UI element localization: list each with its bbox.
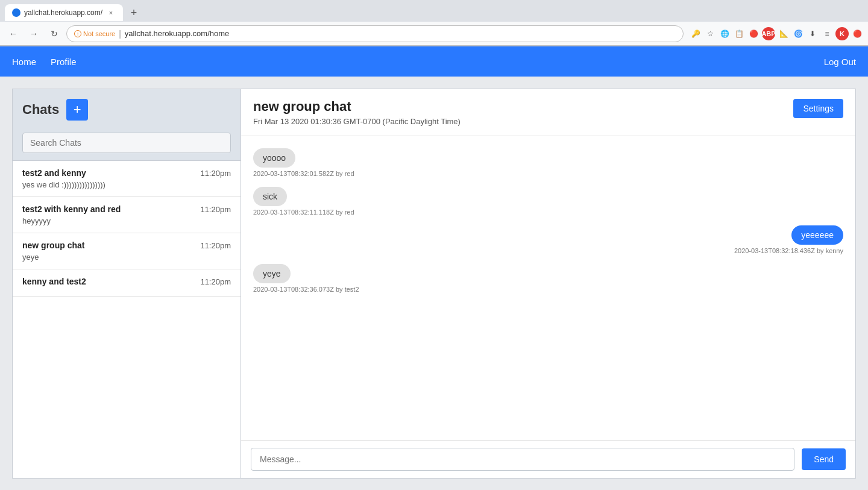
app-navbar: Home Profile Log Out	[0, 46, 868, 77]
nav-links: Home Profile	[12, 57, 77, 67]
chat-header: new group chat Fri Mar 13 2020 01:30:36 …	[241, 89, 855, 136]
chat-list: test2 and kenny 11:20pm yes we did :))))…	[13, 160, 241, 478]
sidebar: Chats + test2 and kenny 11:20pm yes we d…	[12, 89, 241, 479]
chat-list-item[interactable]: test2 with kenny and red 11:20pm heyyyyy	[13, 197, 241, 233]
message-item: sick 2020-03-13T08:32:11.118Z by red	[253, 187, 843, 216]
new-tab-button[interactable]: +	[125, 4, 142, 21]
security-indicator: ! Not secure	[74, 30, 115, 37]
chat-area: new group chat Fri Mar 13 2020 01:30:36 …	[241, 89, 856, 479]
message-meta: 2020-03-13T08:32:01.582Z by red	[253, 170, 354, 177]
chat-name: new group chat	[253, 99, 461, 115]
tab-close-button[interactable]: ×	[106, 8, 116, 17]
extension-icon4: 📐	[778, 28, 790, 40]
sidebar-header: Chats +	[13, 89, 241, 128]
extension-icon5: 🌀	[792, 28, 804, 40]
address-url: yallchat.herokuapp.com/home	[125, 29, 676, 38]
chat-item-preview: heyyyyy	[22, 216, 231, 225]
browser-icons: 🔑 ☆ 🌐 📋 🔴 ABP 📐 🌀 ⬇ ≡ K 🔴	[690, 27, 863, 40]
extension-icon2: 📋	[733, 28, 745, 40]
nav-home[interactable]: Home	[12, 57, 36, 67]
chat-item-name: test2 with kenny and red	[22, 204, 121, 214]
key-icon: 🔑	[690, 28, 702, 40]
chat-item-time: 11:20pm	[200, 277, 231, 286]
chat-list-item[interactable]: kenny and test2 11:20pm	[13, 269, 241, 297]
message-item: yeye 2020-03-13T08:32:36.073Z by test2	[253, 264, 843, 293]
message-meta: 2020-03-13T08:32:36.073Z by test2	[253, 286, 359, 293]
svg-text:!: !	[77, 31, 78, 37]
message-bubble: sick	[253, 187, 287, 206]
chat-timestamp: Fri Mar 13 2020 01:30:36 GMT-0700 (Pacif…	[253, 117, 461, 126]
search-container	[13, 128, 241, 160]
tab-favicon	[12, 8, 20, 17]
menu-icon[interactable]: ≡	[821, 28, 833, 40]
chat-item-time: 11:20pm	[200, 241, 231, 250]
chat-item-time: 11:20pm	[200, 205, 231, 214]
adblock-icon: ABP	[762, 27, 775, 40]
nav-profile[interactable]: Profile	[51, 57, 77, 67]
profile-icon: K	[835, 27, 849, 40]
chat-list-item[interactable]: test2 and kenny 11:20pm yes we did :))))…	[13, 161, 241, 197]
chat-item-preview: yes we did :))))))))))))))))	[22, 180, 231, 189]
extension-icon3: 🔴	[747, 28, 760, 40]
chat-item-name: kenny and test2	[22, 277, 86, 286]
address-bar[interactable]: ! Not secure | yallchat.herokuapp.com/ho…	[66, 25, 684, 42]
message-bubble: yoooo	[253, 148, 295, 168]
message-meta: 2020-03-13T08:32:11.118Z by red	[253, 209, 354, 216]
refresh-button[interactable]: ↻	[46, 25, 63, 42]
tab-bar: yallchat.herokuapp.com/ × +	[0, 0, 868, 22]
chat-item-name: new group chat	[22, 240, 84, 250]
chat-header-info: new group chat Fri Mar 13 2020 01:30:36 …	[253, 99, 461, 126]
messages-area: yoooo 2020-03-13T08:32:01.582Z by red si…	[241, 136, 855, 440]
nav-right: Log Out	[824, 57, 856, 67]
back-button[interactable]: ←	[5, 25, 22, 42]
extension-icon1: 🌐	[719, 28, 731, 40]
message-item: yeeeeee 2020-03-13T08:32:18.436Z by kenn…	[253, 225, 843, 254]
chat-item-preview: yeye	[22, 253, 231, 262]
extension-icon6: 🔴	[851, 28, 863, 40]
address-separator: |	[119, 29, 121, 39]
logout-button[interactable]: Log Out	[824, 57, 856, 67]
new-chat-button[interactable]: +	[66, 99, 88, 121]
message-meta: 2020-03-13T08:32:18.436Z by kenny	[734, 247, 843, 254]
chats-title: Chats	[22, 102, 59, 118]
message-input-area: Send	[241, 440, 855, 478]
message-bubble: yeye	[253, 264, 291, 283]
browser-chrome: yallchat.herokuapp.com/ × + ← → ↻ ! Not …	[0, 0, 868, 46]
chat-item-time: 11:20pm	[200, 169, 231, 178]
search-input[interactable]	[22, 133, 231, 153]
chat-item-name: test2 and kenny	[22, 168, 86, 178]
download-icon: ⬇	[807, 28, 819, 40]
send-button[interactable]: Send	[802, 448, 846, 470]
active-tab[interactable]: yallchat.herokuapp.com/ ×	[5, 4, 123, 21]
main-content: Chats + test2 and kenny 11:20pm yes we d…	[0, 77, 868, 490]
tab-title: yallchat.herokuapp.com/	[24, 8, 102, 17]
star-icon[interactable]: ☆	[704, 28, 716, 40]
message-item: yoooo 2020-03-13T08:32:01.582Z by red	[253, 148, 843, 177]
message-bubble: yeeeeee	[791, 225, 843, 245]
nav-bar: ← → ↻ ! Not secure | yallchat.herokuapp.…	[0, 22, 868, 46]
message-input[interactable]	[251, 448, 794, 471]
forward-button[interactable]: →	[25, 25, 42, 42]
security-icon: !	[74, 30, 81, 37]
chat-list-item[interactable]: new group chat 11:20pm yeye	[13, 233, 241, 269]
settings-button[interactable]: Settings	[793, 99, 843, 118]
